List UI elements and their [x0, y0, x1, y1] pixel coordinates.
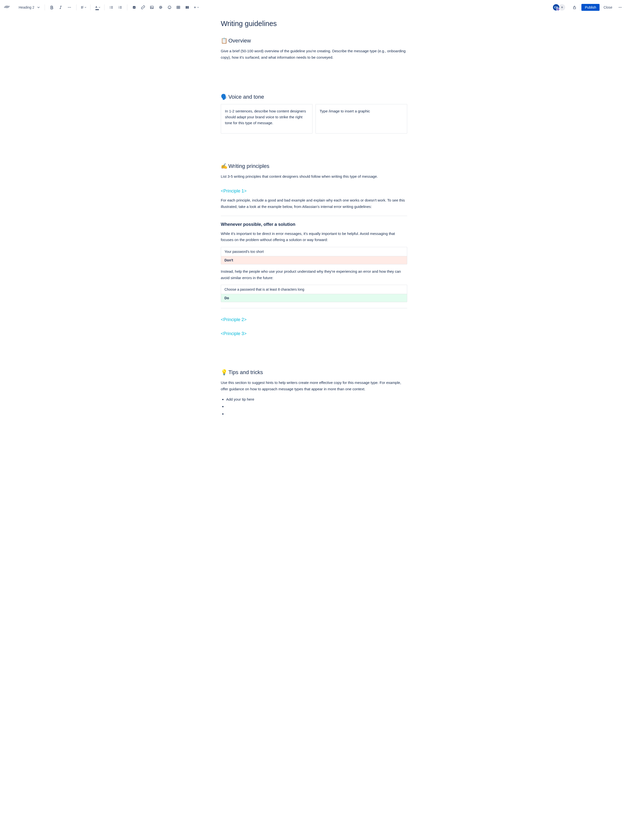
layouts-button[interactable] [183, 3, 191, 11]
principles-intro[interactable]: List 3-5 writing principles that content… [221, 173, 407, 180]
toolbar-separator [76, 5, 77, 10]
bold-button[interactable] [48, 3, 56, 11]
dont-example-text[interactable]: Your password's too short [221, 247, 407, 256]
divider [221, 308, 407, 308]
voice-left-cell[interactable]: In 1-2 sentences, describe how content d… [221, 104, 313, 134]
principle-1-body[interactable]: For each principle, include a good and b… [221, 197, 407, 210]
list-item[interactable]: Add your tip here [226, 396, 407, 403]
link-button[interactable] [139, 3, 147, 11]
divider [221, 216, 407, 216]
svg-point-4 [110, 7, 110, 8]
avatar-group: CK c + [552, 4, 566, 11]
svg-point-1 [69, 7, 70, 8]
page-more-button[interactable] [616, 3, 624, 11]
avatar-badge: c [556, 8, 560, 11]
mention-button[interactable] [157, 3, 165, 11]
bullet-list-button[interactable] [107, 3, 115, 11]
svg-point-22 [621, 7, 622, 8]
tips-intro[interactable]: Use this section to suggest hints to hel… [221, 379, 407, 392]
text-color-icon [94, 5, 98, 9]
image-icon [150, 5, 154, 9]
voice-right-cell[interactable]: Type /image to insert a graphic [315, 104, 407, 134]
svg-rect-19 [573, 7, 576, 9]
overview-heading[interactable]: 📋Overview [221, 38, 407, 44]
table-icon [176, 5, 181, 9]
tips-list[interactable]: Add your tip here [221, 396, 407, 417]
link-icon [141, 5, 145, 9]
principle-2-heading[interactable]: <Principle 2> [221, 317, 407, 322]
do-example-box: Choose a password that is at least 8 cha… [221, 285, 407, 302]
do-label: Do [221, 294, 407, 302]
action-item-button[interactable] [130, 3, 138, 11]
page-title[interactable]: Writing guidelines [221, 20, 407, 28]
numbered-list-button[interactable]: 123 [116, 3, 124, 11]
svg-point-5 [110, 8, 110, 9]
close-button[interactable]: Close [601, 4, 615, 11]
unlock-icon [572, 5, 577, 9]
bullet-list-icon [109, 5, 113, 9]
italic-button[interactable] [57, 3, 65, 11]
svg-rect-18 [187, 6, 189, 9]
image-button[interactable] [148, 3, 156, 11]
example-intro[interactable]: While it's important to be direct in err… [221, 231, 407, 243]
principle-1-heading[interactable]: <Principle 1> [221, 188, 407, 194]
heading-select-label: Heading 2 [19, 5, 35, 9]
plus-icon [193, 5, 197, 9]
list-item[interactable] [226, 403, 407, 410]
editor-content[interactable]: Writing guidelines 📋Overview Give a brie… [221, 15, 407, 438]
svg-rect-17 [186, 6, 187, 9]
svg-point-13 [168, 6, 171, 9]
speaking-emoji: 🗣️ [221, 94, 227, 100]
more-formatting-button[interactable] [66, 3, 73, 11]
overview-body[interactable]: Give a brief (50-100 word) overview of t… [221, 48, 407, 60]
table-button[interactable] [175, 3, 182, 11]
voice-layout: In 1-2 sentences, describe how content d… [221, 104, 407, 134]
toolbar-separator [127, 5, 127, 10]
svg-point-21 [620, 7, 621, 8]
numbered-list-icon: 123 [118, 5, 123, 9]
heading-style-select[interactable]: Heading 2 [17, 5, 42, 10]
writing-emoji: ✍️ [221, 163, 227, 169]
alignment-button[interactable] [79, 3, 87, 11]
principles-heading[interactable]: ✍️Writing principles [221, 163, 407, 169]
bulb-emoji: 💡 [221, 369, 227, 375]
svg-point-0 [68, 7, 69, 8]
chevron-down-icon [85, 6, 87, 8]
chevron-down-icon [197, 6, 199, 8]
publish-button[interactable]: Publish [581, 4, 600, 11]
svg-point-2 [70, 7, 71, 8]
example-heading[interactable]: Whenever possible, offer a solution [221, 222, 407, 227]
restrictions-button[interactable] [571, 3, 578, 11]
user-avatar[interactable]: CK c [552, 4, 560, 11]
svg-point-15 [170, 7, 170, 7]
emoji-button[interactable] [165, 3, 173, 11]
confluence-logo[interactable] [4, 4, 10, 11]
insert-button[interactable] [192, 3, 200, 11]
svg-point-14 [169, 7, 169, 7]
toolbar-separator [90, 5, 91, 10]
more-icon [67, 5, 72, 9]
emoji-icon [167, 5, 172, 9]
align-left-icon [80, 5, 84, 9]
svg-text:3: 3 [118, 7, 119, 9]
mention-icon [159, 5, 163, 9]
voice-heading[interactable]: 🗣️Voice and tone [221, 94, 407, 100]
svg-rect-10 [150, 6, 153, 9]
do-example-text[interactable]: Choose a password that is at least 8 cha… [221, 285, 407, 294]
list-item[interactable] [226, 411, 407, 417]
text-color-button[interactable] [93, 3, 101, 11]
svg-point-3 [110, 6, 110, 6]
layouts-icon [185, 5, 189, 9]
principle-3-heading[interactable]: <Principle 3> [221, 331, 407, 336]
tips-heading[interactable]: 💡Tips and tricks [221, 369, 407, 376]
more-icon [618, 5, 622, 9]
bold-icon [50, 5, 54, 9]
dont-label: Don't [221, 256, 407, 264]
clipboard-emoji: 📋 [221, 38, 227, 44]
do-intro[interactable]: Instead, help the people who use your pr… [221, 268, 407, 281]
task-icon [132, 5, 136, 9]
chevron-down-icon [99, 6, 100, 8]
editor-toolbar: Heading 2 123 [0, 0, 628, 15]
dont-example-box: Your password's too short Don't [221, 247, 407, 264]
svg-point-20 [619, 7, 619, 8]
